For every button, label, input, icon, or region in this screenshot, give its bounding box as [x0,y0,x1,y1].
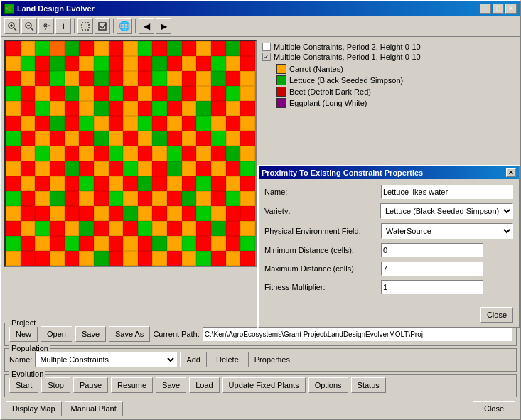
grid-cell [109,131,124,146]
dialog-body: Name: Variety: Lettuce (Black Seeded Sim… [259,179,519,304]
options-btn[interactable]: Options [308,377,348,393]
grid-cell [21,146,36,161]
info-btn[interactable]: i [55,18,71,34]
dialog-title-text: Proximity To Existing Constraint Propert… [262,168,423,177]
grid-cell [152,251,167,266]
name-row: Name: [264,185,513,199]
grid-cell [167,161,182,176]
delete-btn[interactable]: Delete [210,352,245,367]
forward-btn[interactable]: ▶ [156,18,171,34]
grid-cell [6,41,21,56]
grid-cell [21,101,36,116]
select-region-btn[interactable] [77,18,93,34]
svg-line-5 [31,28,33,31]
grid-cell [79,101,94,116]
period2-checkbox[interactable] [262,43,271,51]
stop-btn[interactable]: Stop [41,377,70,393]
grid-cell [152,41,167,56]
grid-cell [211,161,226,176]
grid-cell [152,56,167,71]
pause-btn[interactable]: Pause [73,377,108,393]
grid-cell [182,236,197,251]
resume-btn[interactable]: Resume [111,377,153,393]
grid-cell [211,131,226,146]
grid-cell [226,176,241,191]
grid-cell [240,251,255,266]
dialog-close-btn[interactable]: ✕ [506,168,516,177]
min-dist-input[interactable] [381,243,483,257]
grid-cell [21,86,36,101]
period1-checkbox[interactable]: ✓ [262,53,271,61]
svg-rect-9 [99,23,106,30]
evo-save-btn[interactable]: Save [156,377,186,393]
legend-color-swatch [276,64,286,74]
grid-cell [109,176,124,191]
status-btn[interactable]: Status [351,377,386,393]
grid-cell [65,86,80,101]
grid-cell [50,131,65,146]
save-btn[interactable]: Save [75,326,106,342]
grid-cell [226,56,241,71]
grid-cell [35,116,50,131]
variety-select[interactable]: Lettuce (Black Seeded Simpson) Carrot (N… [380,203,513,219]
grid-cell [6,221,21,236]
update-fixed-plants-btn[interactable]: Update Fixed Plants [222,377,306,393]
grid-cell [226,86,241,101]
grid-cell [79,146,94,161]
grid-cell [138,146,153,161]
new-btn[interactable]: New [9,326,38,342]
minimize-btn[interactable]: ─ [480,4,491,14]
grid-cell [138,71,153,86]
grid-cell [196,41,211,56]
zoom-in-btn[interactable] [4,18,20,34]
grid-cell [196,161,211,176]
constraint-dialog: Proximity To Existing Constraint Propert… [257,165,520,328]
select-all-btn[interactable] [95,18,110,34]
grid-cell [123,176,138,191]
legend-item: Carrot (Nantes) [276,64,514,74]
env-label: Physical Environment Field: [264,227,378,235]
pan-btn[interactable] [38,18,54,34]
grid-cell [152,191,167,206]
grid-cell [35,86,50,101]
env-select[interactable]: WaterSource Sunlight Soil pH [381,223,513,239]
grid-cell [182,101,197,116]
grid-cell [109,251,124,266]
maximize-btn[interactable]: □ [493,4,504,14]
add-btn[interactable]: Add [180,352,207,367]
variety-label: Variety: [264,207,377,215]
grid-cell [152,161,167,176]
globe-btn[interactable]: 🌐 [117,18,132,34]
population-name-select[interactable]: Multiple Constraints [35,352,177,367]
properties-btn[interactable]: Properties [248,352,296,367]
bottom-bar: Display Map Manual Plant Close [1,399,520,419]
display-map-btn[interactable]: Display Map [6,401,62,416]
grid-cell [211,101,226,116]
load-btn[interactable]: Load [189,377,219,393]
grid-cell [123,116,138,131]
grid-cell [94,191,109,206]
grid-cell [240,176,255,191]
max-dist-input[interactable] [381,262,483,276]
dialog-close-button[interactable]: Close [480,307,513,323]
close-window-btn[interactable]: ✕ [505,4,517,14]
grid-cell [123,41,138,56]
grid-cell [167,146,182,161]
grid-cell [211,176,226,191]
toolbar-sep-1 [74,19,75,33]
start-btn[interactable]: Start [9,377,38,393]
period1-label: Multiple Constraints, Period 1, Height 0… [274,53,421,61]
grid-cell [6,116,21,131]
fitness-input[interactable] [381,280,483,294]
manual-plant-btn[interactable]: Manual Plant [65,401,123,416]
grid-cell [35,176,50,191]
name-input[interactable] [381,185,513,199]
zoom-out-btn[interactable] [21,18,37,34]
open-btn[interactable]: Open [41,326,72,342]
grid-cell [167,86,182,101]
grid-cell [50,206,65,221]
back-btn[interactable]: ◀ [139,18,154,34]
grid-cell [211,86,226,101]
bottom-close-btn[interactable]: Close [473,401,515,416]
save-as-btn[interactable]: Save As [109,326,150,342]
